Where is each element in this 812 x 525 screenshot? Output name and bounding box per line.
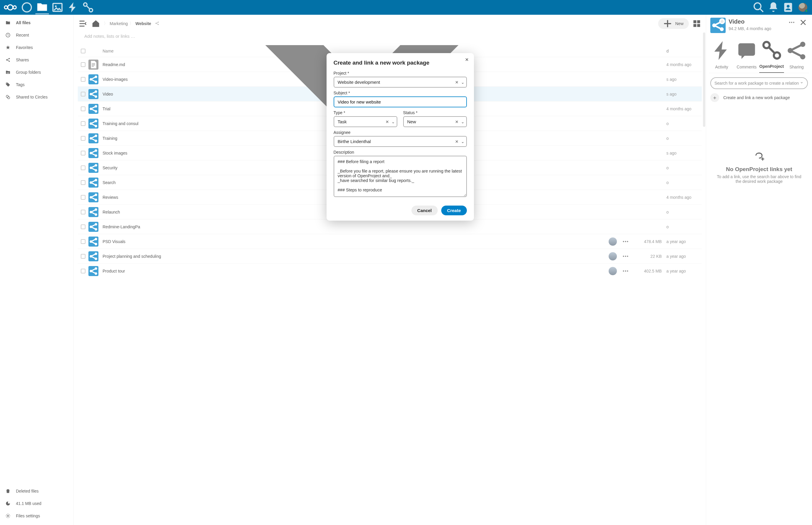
row-actions-icon[interactable]: ••• [623,269,629,273]
file-name: PSD Visuals [103,239,609,244]
clear-icon[interactable]: ✕ [455,80,458,85]
notifications-icon[interactable] [767,1,780,14]
sidebar-item-shared-to-circles[interactable]: Shared to Circles [0,91,73,103]
home-icon[interactable] [91,19,101,29]
row-checkbox[interactable] [81,165,85,170]
file-modified: o [667,136,702,141]
create-button[interactable]: Create [441,206,467,215]
tab-sharing[interactable]: Sharing [784,35,809,73]
favorite-star-icon[interactable]: ☆ [719,18,725,24]
close-details-icon[interactable] [798,18,808,27]
link-plus-icon [752,149,766,162]
svg-point-1 [7,5,13,10]
contacts-icon[interactable] [781,1,795,14]
file-thumbnail-icon: ☆ [710,18,725,33]
photos-app-icon[interactable] [51,1,64,14]
sidebar-item-all-files[interactable]: All files [0,16,73,29]
search-icon[interactable] [752,1,765,14]
row-checkbox[interactable] [81,136,85,141]
row-checkbox[interactable] [81,77,85,82]
sidebar-item-favorites[interactable]: Favorites [0,41,73,54]
row-checkbox[interactable] [81,254,85,259]
file-modified: o [667,121,702,126]
row-checkbox[interactable] [81,180,85,185]
sidebar-item-group-folders[interactable]: Group folders [0,66,73,78]
file-modified: a year ago [667,239,702,244]
create-link-workpackage-button[interactable]: ＋ Create and link a new work package [710,93,808,102]
breadcrumb-item[interactable]: Marketing [110,21,128,26]
files-app-icon[interactable] [35,1,49,14]
shared-folder-icon [89,163,98,173]
row-checkbox[interactable] [81,151,85,155]
shared-folder-icon [89,74,98,84]
chevron-down-icon[interactable]: ⌄ [461,80,465,85]
chevron-down-icon[interactable]: ⌄ [461,119,465,124]
scrollbar-thumb[interactable] [703,32,705,127]
gear-icon [5,513,11,519]
row-actions-icon[interactable]: ••• [623,254,629,259]
tab-comments[interactable]: Comments [734,35,759,73]
new-button[interactable]: New [658,18,689,29]
file-size: 22 KB [637,254,667,259]
row-checkbox[interactable] [81,195,85,200]
row-checkbox[interactable] [81,62,85,67]
sidebar-item-tags[interactable]: Tags [0,78,73,91]
grid-view-icon[interactable] [692,19,702,29]
sidebar-item-recent[interactable]: Recent [0,29,73,41]
row-checkbox[interactable] [81,224,85,229]
owner-avatar[interactable] [609,267,617,275]
svg-point-2 [13,6,16,9]
owner-avatar[interactable] [609,237,617,246]
dashboard-app-icon[interactable] [20,1,34,14]
subject-input[interactable] [334,96,467,107]
search-workpackage-input[interactable]: Search for a work package to create a re… [710,77,808,89]
activity-app-icon[interactable] [66,1,80,14]
toggle-sidebar-icon[interactable] [78,19,88,29]
clear-icon[interactable]: ✕ [455,139,458,144]
shared-folder-icon [89,148,98,158]
sidebar-item-41-1-mb-used[interactable]: 41.1 MB used [0,497,73,510]
tag-icon [5,82,11,87]
chevron-down-icon[interactable]: ⌄ [391,119,395,124]
tab-activity[interactable]: Activity [709,35,734,73]
user-avatar[interactable] [796,1,810,14]
sidebar-item-shares[interactable]: Shares [0,54,73,66]
row-checkbox[interactable] [81,121,85,126]
nextcloud-logo-icon[interactable] [2,3,18,12]
status-label: Status * [403,110,467,115]
row-checkbox[interactable] [81,106,85,111]
description-textarea[interactable] [334,156,467,197]
row-checkbox[interactable] [81,210,85,214]
column-modified[interactable]: d [667,49,669,54]
tab-openproject[interactable]: OpenProject [759,35,784,73]
cancel-button[interactable]: Cancel [411,206,438,215]
shared-folder-icon [89,178,98,188]
owner-avatar[interactable] [609,252,617,260]
trash-icon [5,489,11,494]
row-checkbox[interactable] [81,269,85,273]
close-modal-icon[interactable] [465,57,469,63]
chevron-down-icon[interactable]: ⌄ [461,139,465,144]
project-select[interactable]: Website development [334,77,467,88]
breadcrumb-item-current[interactable]: Website [135,21,151,26]
notes-placeholder[interactable]: Add notes, lists or links … [74,32,706,45]
clear-icon[interactable]: ✕ [386,119,389,124]
details-title: Video [729,18,771,25]
shared-folder-icon [89,266,98,276]
row-checkbox[interactable] [81,92,85,96]
flow-app-icon[interactable] [81,1,95,14]
sidebar-item-files-settings[interactable]: Files settings [0,510,73,522]
empty-title: No OpenProject links yet [726,166,792,172]
row-checkbox[interactable] [81,239,85,244]
select-all-checkbox[interactable] [81,49,85,54]
file-modified: o [667,180,702,185]
file-modified: o [667,224,702,229]
share-icon[interactable] [155,21,159,27]
sidebar-item-deleted-files[interactable]: Deleted files [0,485,73,497]
more-actions-icon[interactable]: ••• [787,18,797,27]
column-name[interactable]: Name [103,49,113,54]
clear-icon[interactable]: ✕ [455,119,458,124]
modal-title: Create and link a new work package [334,60,467,66]
assignee-select[interactable]: Birthe Lindenthal [334,136,467,147]
row-actions-icon[interactable]: ••• [623,239,629,244]
